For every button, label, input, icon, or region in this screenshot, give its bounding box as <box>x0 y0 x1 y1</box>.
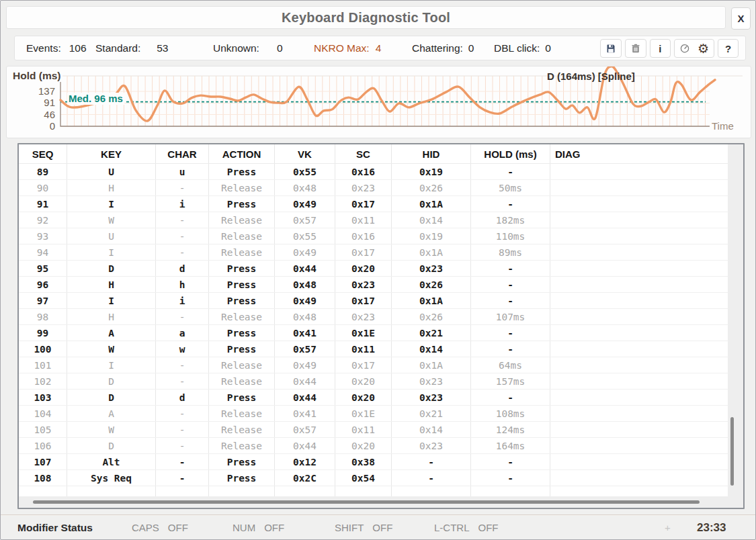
cell-diag <box>550 422 728 437</box>
timing-settings-button[interactable]: ⚙ <box>674 39 714 58</box>
cell-hid: 0x21 <box>392 325 471 341</box>
table-row: 90H-Release0x480x230x2650ms <box>19 180 743 196</box>
cell-diag <box>550 164 728 179</box>
cell-action: Press <box>209 341 275 357</box>
cell-key: W <box>67 422 156 437</box>
cell-action: Press <box>209 470 275 486</box>
cell-sc: 0x20 <box>335 438 392 453</box>
cell-key: Sys Req <box>67 470 156 486</box>
title-bar: Keyboard Diagnostic Tool <box>6 6 726 29</box>
cell-sc: 0x16 <box>335 164 392 179</box>
cell-diag <box>550 212 728 228</box>
cell-hid: 0x1A <box>392 244 471 260</box>
modifier-name: NUM <box>233 522 255 533</box>
cell-seq: 106 <box>19 438 67 453</box>
cell-sc: 0x54 <box>335 470 392 486</box>
cell-char: - <box>156 309 209 324</box>
save-button[interactable] <box>600 39 622 58</box>
stat-unknown: Unknown:0 <box>213 36 283 60</box>
axes <box>60 76 710 126</box>
cell-action: Release <box>209 406 275 421</box>
cell-char: - <box>156 228 209 244</box>
cell-char: - <box>156 244 209 260</box>
stat-label: Chattering: <box>412 42 463 54</box>
stats-bar: Events:106Standard:53Unknown:0NKRO Max:4… <box>14 36 746 60</box>
cell-sc: 0x20 <box>335 373 392 389</box>
cell-seq: 92 <box>19 212 67 228</box>
stat-dbl-click: DBL click:0 <box>494 36 551 60</box>
modifier-name: SHIFT <box>335 522 364 533</box>
cell-diag <box>550 438 728 453</box>
cell-seq: 91 <box>19 196 67 212</box>
delete-log-button[interactable] <box>625 39 646 58</box>
cell-sc: 0x17 <box>335 244 392 260</box>
col-seq: SEQ <box>19 144 67 163</box>
cell-key: D <box>67 438 156 453</box>
cell-sc: 0x11 <box>335 422 392 437</box>
cell-key: H <box>67 277 156 292</box>
cell-diag <box>550 180 728 195</box>
cell-seq: 108 <box>19 470 67 486</box>
modifier-num: NUMOFF <box>233 518 284 538</box>
info-button[interactable]: i <box>650 39 671 58</box>
cell-hid: 0x26 <box>392 180 471 195</box>
cell-key: I <box>67 196 156 212</box>
table-row: 102D-Release0x440x200x23157ms <box>19 373 743 390</box>
cell-hold: 108ms <box>471 406 550 421</box>
modifier-state: OFF <box>264 522 284 533</box>
cell-vk: 0x41 <box>275 406 335 421</box>
cell-hold: - <box>471 293 550 308</box>
stat-label: Unknown: <box>213 42 259 54</box>
cell-char: - <box>156 373 209 389</box>
cell-hid: 0x14 <box>392 422 471 437</box>
cell-key: U <box>67 164 156 179</box>
cell-action: Press <box>209 454 275 469</box>
col-vk: VK <box>275 144 335 163</box>
horizontal-scrollbar-track[interactable] <box>19 496 743 508</box>
cell-hid: 0x23 <box>392 261 471 276</box>
help-button[interactable]: ? <box>718 39 739 58</box>
stat-value: 0 <box>277 42 283 54</box>
cell-seq: 103 <box>19 390 67 405</box>
cell-action: Press <box>209 164 275 179</box>
cell-hold: - <box>471 325 550 341</box>
cell-diag <box>550 357 728 373</box>
cell-diag <box>550 277 728 292</box>
cell-key: U <box>67 228 156 244</box>
save-icon <box>605 43 616 54</box>
table-row: 107Alt-Press0x120x38-- <box>19 454 743 470</box>
table-row: 93U-Release0x550x160x19110ms <box>19 228 743 244</box>
cell-key: D <box>67 390 156 405</box>
cell-vk: 0x48 <box>275 180 335 195</box>
table-row: 96HhPress0x480x230x26- <box>19 277 743 293</box>
cell-char: a <box>156 325 209 341</box>
cell-action: Press <box>209 390 275 405</box>
cell-sc: 0x1E <box>335 406 392 421</box>
cell-seq: 107 <box>19 454 67 469</box>
cell-seq: 99 <box>19 325 67 341</box>
cell-hold: - <box>471 164 550 179</box>
empty-cell <box>275 486 335 496</box>
y-tick: 0 <box>27 120 55 132</box>
cell-vk: 0x12 <box>275 454 335 469</box>
cell-char: h <box>156 277 209 292</box>
horizontal-scrollbar-thumb[interactable] <box>33 500 700 504</box>
close-button[interactable]: X <box>731 7 751 30</box>
cell-vk: 0x2C <box>275 470 335 486</box>
cell-action: Press <box>209 325 275 341</box>
cell-hid: 0x26 <box>392 309 471 324</box>
cell-char: w <box>156 341 209 357</box>
stat-label: Events: <box>26 42 61 54</box>
table-row: 97IiPress0x490x170x1A- <box>19 293 743 309</box>
cell-sc: 0x20 <box>335 261 392 276</box>
modifier-caps: CAPSOFF <box>132 518 188 538</box>
cell-action: Press <box>209 293 275 308</box>
cell-char: u <box>156 164 209 179</box>
cell-key: A <box>67 406 156 421</box>
cell-key: W <box>67 341 156 357</box>
cell-diag <box>550 244 728 260</box>
table-row: 98H-Release0x480x230x26107ms <box>19 309 743 325</box>
stat-standard: Standard:53 <box>95 36 168 60</box>
cell-hid: 0x19 <box>392 228 471 244</box>
vertical-scrollbar-thumb[interactable] <box>730 417 734 486</box>
